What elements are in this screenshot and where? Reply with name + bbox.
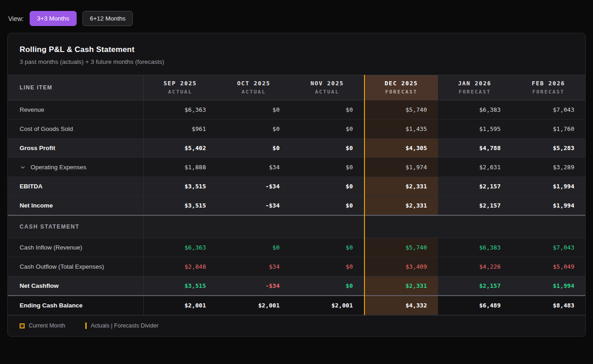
month-label: SEP 2025 (144, 80, 217, 87)
legend-item-current-month: Current Month (20, 322, 65, 329)
cell-value: $6,383 (438, 238, 512, 257)
section-label: CASH STATEMENT (8, 215, 143, 238)
cell-value-current-month: $5,740 (364, 238, 438, 257)
row-label-expandable[interactable]: Operating Expenses (8, 158, 143, 177)
cell-value: $0 (291, 257, 364, 276)
row-label: Cash Inflow (Revenue) (8, 238, 143, 257)
empty-cell (291, 215, 364, 238)
cell-value: $1,595 (438, 120, 512, 139)
cell-value: $2,001 (291, 296, 364, 315)
empty-cell (438, 215, 512, 238)
row-label: Operating Expenses (31, 164, 86, 171)
cell-value: $2,157 (438, 196, 512, 216)
empty-cell (217, 215, 291, 238)
cell-value-current-month: $2,331 (364, 177, 438, 196)
cell-value: $2,631 (438, 158, 512, 177)
month-type-label: FORECAST (438, 89, 512, 95)
column-header-nov-2025: NOV 2025 ACTUAL (291, 75, 364, 100)
cell-value-current-month: $5,740 (364, 100, 438, 120)
pnl-cash-card: Rolling P&L & Cash Statement 3 past mont… (7, 33, 586, 337)
cell-value: $961 (143, 120, 217, 139)
card-title: Rolling P&L & Cash Statement (20, 45, 573, 54)
cell-value-current-month: $1,974 (364, 158, 438, 177)
empty-cell-current-month (364, 215, 438, 238)
table-row-revenue: Revenue $6,363 $0 $0 $5,740 $6,383 $7,04… (8, 100, 585, 120)
month-label: JAN 2026 (438, 80, 512, 87)
cell-value-current-month: $1,435 (364, 120, 438, 139)
cell-value: $5,049 (512, 257, 586, 276)
line-item-column-header: LINE ITEM (8, 75, 143, 100)
cell-value: $0 (291, 276, 364, 296)
table-row-cash-outflow: Cash Outflow (Total Expenses) $2,848 $34… (8, 257, 585, 276)
cell-value: $0 (217, 120, 291, 139)
cell-value-current-month: $3,409 (364, 257, 438, 276)
legend-label: Actuals | Forecasts Divider (91, 322, 158, 329)
view-toolbar: View: 3+3 Months 6+12 Months (8, 11, 585, 26)
cell-value-current-month: $4,332 (364, 296, 438, 315)
row-label: Cost of Goods Sold (8, 120, 143, 139)
table-row-cash-inflow: Cash Inflow (Revenue) $6,363 $0 $0 $5,74… (8, 238, 585, 257)
table-row-ebitda: EBITDA $3,515 -$34 $0 $2,331 $2,157 $1,9… (8, 177, 585, 196)
cell-value: $2,157 (438, 177, 512, 196)
cell-value: $1,888 (143, 158, 217, 177)
column-header-jan-2026: JAN 2026 FORECAST (438, 75, 512, 100)
cell-value-current-month: $4,305 (364, 139, 438, 158)
cell-value: $1,994 (512, 196, 586, 216)
cell-value: $1,760 (512, 120, 586, 139)
cell-value-current-month: $2,331 (364, 276, 438, 296)
cell-value: $0 (291, 120, 364, 139)
view-3plus3-button[interactable]: 3+3 Months (30, 11, 77, 26)
cell-value: $2,001 (217, 296, 291, 315)
month-label: NOV 2025 (291, 80, 364, 87)
table-row-gross-profit: Gross Profit $5,402 $0 $0 $4,305 $4,788 … (8, 139, 585, 158)
column-header-dec-2025-current: DEC 2025 FORECAST (364, 75, 438, 100)
cell-value: $5,402 (143, 139, 217, 158)
cell-value: $0 (291, 158, 364, 177)
row-label: Gross Profit (8, 139, 143, 158)
view-label: View: (8, 15, 24, 22)
cell-value: $6,363 (143, 238, 217, 257)
divider-swatch-icon (85, 322, 87, 329)
cell-value: $0 (291, 100, 364, 120)
cell-value: $0 (291, 196, 364, 216)
cell-value: $0 (291, 238, 364, 257)
cell-value: $3,289 (512, 158, 586, 177)
row-label: Cash Outflow (Total Expenses) (8, 257, 143, 276)
table-row-net-income: Net Income $3,515 -$34 $0 $2,331 $2,157 … (8, 196, 585, 216)
cell-value: -$34 (217, 196, 291, 216)
table-header-row: LINE ITEM SEP 2025 ACTUAL OCT 2025 ACTUA… (8, 75, 585, 100)
column-header-feb-2026: FEB 2026 FORECAST (512, 75, 586, 100)
cell-value: $4,226 (438, 257, 512, 276)
row-label: Net Cashflow (8, 276, 143, 296)
table-row-net-cashflow: Net Cashflow $3,515 -$34 $0 $2,331 $2,15… (8, 276, 585, 296)
row-label: Ending Cash Balance (8, 296, 143, 315)
month-label: OCT 2025 (217, 80, 291, 87)
cell-value: $0 (217, 238, 291, 257)
table-row-cogs: Cost of Goods Sold $961 $0 $0 $1,435 $1,… (8, 120, 585, 139)
month-type-label: ACTUAL (144, 89, 217, 95)
cell-value: $4,788 (438, 139, 512, 158)
cell-value: $1,994 (512, 177, 586, 196)
chevron-down-icon[interactable] (20, 164, 26, 171)
legend-item-divider: Actuals | Forecasts Divider (85, 322, 158, 329)
cell-value: $1,994 (512, 276, 586, 296)
month-label: DEC 2025 (365, 80, 438, 87)
cell-value: $2,157 (438, 276, 512, 296)
empty-cell (143, 215, 217, 238)
month-type-label: ACTUAL (217, 89, 291, 95)
empty-cell (512, 215, 586, 238)
cell-value: $6,489 (438, 296, 512, 315)
row-label: EBITDA (8, 177, 143, 196)
cell-value: $6,363 (143, 100, 217, 120)
month-type-label: ACTUAL (291, 89, 364, 95)
current-month-swatch-icon (20, 323, 25, 328)
cell-value: $5,283 (512, 139, 586, 158)
cell-value: $0 (217, 100, 291, 120)
cell-value: $8,483 (512, 296, 586, 315)
table-row-operating-expenses: Operating Expenses $1,888 $34 $0 $1,974 … (8, 158, 585, 177)
card-header: Rolling P&L & Cash Statement 3 past mont… (8, 33, 585, 75)
cell-value: $3,515 (143, 276, 217, 296)
cell-value: -$34 (217, 276, 291, 296)
cell-value: -$34 (217, 177, 291, 196)
view-6plus12-button[interactable]: 6+12 Months (83, 11, 133, 26)
